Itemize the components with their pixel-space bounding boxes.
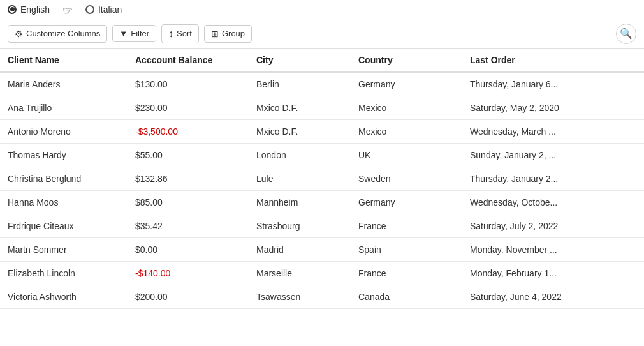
header-row: Client Name Acccount Balance City Countr… bbox=[0, 49, 644, 72]
cell-city: Strasbourg bbox=[249, 214, 351, 238]
cell-city: Mxico D.F. bbox=[249, 120, 351, 144]
cell-last-order: Saturday, May 2, 2020 bbox=[462, 96, 644, 120]
filter-label: Filter bbox=[131, 29, 149, 38]
toolbar: ⚙ Customize Columns ▼ Filter ↕ Sort ⊞ Gr… bbox=[0, 19, 644, 49]
table-row[interactable]: Victoria Ashworth$200.00TsawassenCanadaS… bbox=[0, 285, 644, 309]
cell-client-name: Ana Trujillo bbox=[0, 96, 128, 120]
table-header: Client Name Acccount Balance City Countr… bbox=[0, 49, 644, 72]
cell-last-order: Saturday, June 4, 2022 bbox=[462, 285, 644, 309]
cell-country: UK bbox=[351, 144, 462, 167]
sort-button[interactable]: ↕ Sort bbox=[161, 24, 199, 43]
customize-columns-button[interactable]: ⚙ Customize Columns bbox=[8, 25, 107, 43]
cell-city: London bbox=[249, 144, 351, 167]
filter-button[interactable]: ▼ Filter bbox=[112, 25, 156, 42]
cell-country: Mexico bbox=[351, 120, 462, 144]
cell-last-order: Thursday, January 2... bbox=[462, 167, 644, 191]
cell-country: Mexico bbox=[351, 96, 462, 120]
language-english[interactable]: English bbox=[8, 4, 50, 15]
table-row[interactable]: Maria Anders$130.00BerlinGermanyThursday… bbox=[0, 72, 644, 96]
cell-client-name: Maria Anders bbox=[0, 72, 128, 96]
col-client-name: Client Name bbox=[0, 49, 128, 72]
sort-icon: ↕ bbox=[168, 28, 173, 40]
table-row[interactable]: Ana Trujillo$230.00Mxico D.F.MexicoSatur… bbox=[0, 96, 644, 120]
cell-account-balance: $0.00 bbox=[128, 238, 249, 262]
table-row[interactable]: Thomas Hardy$55.00LondonUKSunday, Januar… bbox=[0, 144, 644, 167]
language-selector: English ☞ Italian bbox=[0, 0, 644, 19]
table-row[interactable]: Martn Sommer$0.00MadridSpainMonday, Nove… bbox=[0, 238, 644, 262]
cell-client-name: Frdrique Citeaux bbox=[0, 214, 128, 238]
cell-client-name: Thomas Hardy bbox=[0, 144, 128, 167]
cell-city: Mxico D.F. bbox=[249, 96, 351, 120]
language-english-label: English bbox=[20, 4, 50, 15]
cell-account-balance: $55.00 bbox=[128, 144, 249, 167]
cell-country: France bbox=[351, 214, 462, 238]
cell-last-order: Wednesday, March ... bbox=[462, 120, 644, 144]
cell-client-name: Christina Berglund bbox=[0, 167, 128, 191]
cell-country: Canada bbox=[351, 285, 462, 309]
cell-client-name: Martn Sommer bbox=[0, 238, 128, 262]
cell-last-order: Saturday, July 2, 2022 bbox=[462, 214, 644, 238]
radio-italian[interactable] bbox=[85, 5, 94, 14]
cell-last-order: Wednesday, Octobe... bbox=[462, 191, 644, 214]
table-row[interactable]: Christina Berglund$132.86LuleSwedenThurs… bbox=[0, 167, 644, 191]
cell-account-balance: $230.00 bbox=[128, 96, 249, 120]
group-label: Group bbox=[222, 29, 245, 38]
sort-label: Sort bbox=[177, 29, 192, 38]
cell-client-name: Hanna Moos bbox=[0, 191, 128, 214]
cell-client-name: Victoria Ashworth bbox=[0, 285, 128, 309]
cell-account-balance: $132.86 bbox=[128, 167, 249, 191]
group-button[interactable]: ⊞ Group bbox=[204, 25, 252, 43]
cell-account-balance: -$140.00 bbox=[128, 262, 249, 285]
group-icon: ⊞ bbox=[211, 29, 219, 39]
table-row[interactable]: Hanna Moos$85.00MannheimGermanyWednesday… bbox=[0, 191, 644, 214]
cell-account-balance: $35.42 bbox=[128, 214, 249, 238]
cell-country: Germany bbox=[351, 191, 462, 214]
col-account-balance: Acccount Balance bbox=[128, 49, 249, 72]
col-city: City bbox=[249, 49, 351, 72]
col-country: Country bbox=[351, 49, 462, 72]
cell-last-order: Monday, November ... bbox=[462, 238, 644, 262]
data-table: Client Name Acccount Balance City Countr… bbox=[0, 49, 644, 309]
radio-english[interactable] bbox=[8, 5, 17, 14]
col-last-order: Last Order bbox=[462, 49, 644, 72]
cell-last-order: Sunday, January 2, ... bbox=[462, 144, 644, 167]
cell-last-order: Thursday, January 6... bbox=[462, 72, 644, 96]
cell-city: Madrid bbox=[249, 238, 351, 262]
cell-country: Germany bbox=[351, 72, 462, 96]
cell-account-balance: -$3,500.00 bbox=[128, 120, 249, 144]
table-row[interactable]: Antonio Moreno-$3,500.00Mxico D.F.Mexico… bbox=[0, 120, 644, 144]
cell-account-balance: $130.00 bbox=[128, 72, 249, 96]
cell-city: Mannheim bbox=[249, 191, 351, 214]
language-italian[interactable]: Italian bbox=[85, 4, 122, 15]
search-button[interactable]: 🔍 bbox=[616, 24, 636, 44]
customize-icon: ⚙ bbox=[15, 29, 23, 39]
table-row[interactable]: Elizabeth Lincoln-$140.00MarseilleFrance… bbox=[0, 262, 644, 285]
cell-country: Spain bbox=[351, 238, 462, 262]
cell-account-balance: $85.00 bbox=[128, 191, 249, 214]
cell-country: Sweden bbox=[351, 167, 462, 191]
search-icon: 🔍 bbox=[620, 27, 633, 40]
filter-icon: ▼ bbox=[119, 29, 128, 38]
cell-last-order: Monday, February 1... bbox=[462, 262, 644, 285]
cell-country: France bbox=[351, 262, 462, 285]
cell-city: Berlin bbox=[249, 72, 351, 96]
cell-city: Lule bbox=[249, 167, 351, 191]
cursor-pointer-icon: ☞ bbox=[62, 4, 73, 18]
cell-account-balance: $200.00 bbox=[128, 285, 249, 309]
data-table-container[interactable]: Client Name Acccount Balance City Countr… bbox=[0, 49, 644, 346]
table-body: Maria Anders$130.00BerlinGermanyThursday… bbox=[0, 72, 644, 309]
cell-city: Marseille bbox=[249, 262, 351, 285]
cell-client-name: Antonio Moreno bbox=[0, 120, 128, 144]
customize-columns-label: Customize Columns bbox=[26, 29, 100, 38]
language-italian-label: Italian bbox=[98, 4, 122, 15]
cell-client-name: Elizabeth Lincoln bbox=[0, 262, 128, 285]
cell-city: Tsawassen bbox=[249, 285, 351, 309]
table-row[interactable]: Frdrique Citeaux$35.42StrasbourgFranceSa… bbox=[0, 214, 644, 238]
